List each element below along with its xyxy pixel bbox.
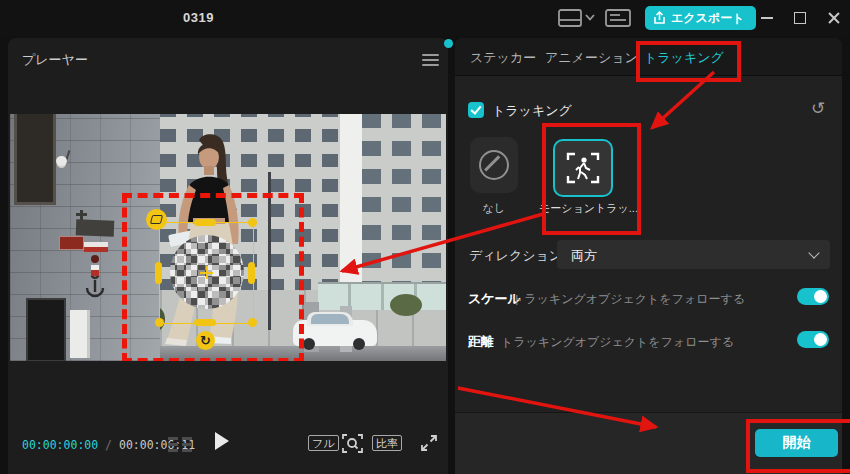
inspector-panel: ステッカー アニメーション トラッキング トラッキング ↺ なし モーショントラ… [455,38,842,474]
start-button[interactable]: 開始 [755,429,838,457]
tracking-option-none[interactable] [470,137,518,193]
inspector-footer: 開始 [455,412,842,474]
player-menu-icon[interactable] [422,54,439,66]
export-label: エクスポート [671,10,744,27]
direction-value: 両方 [571,247,597,265]
title-bar: 0319 エクスポート [0,0,850,36]
close-button[interactable] [823,7,845,29]
distance-description: トラッキングオブジェクトをフォローする [501,334,734,351]
app-window: 0319 エクスポート プレーヤー [0,0,850,474]
fit-button[interactable]: フル [308,435,339,451]
dark-window [14,114,56,205]
tree [390,294,422,316]
tab-animation[interactable]: アニメーション [545,49,638,67]
white-pillar [70,310,90,358]
frame-preview-icon[interactable] [168,437,192,452]
direction-label: ディレクション [469,247,562,265]
scale-follow-toggle[interactable] [797,288,829,305]
timecode-separator: / [105,438,112,452]
fullscreen-icon[interactable] [420,434,438,452]
export-button[interactable]: エクスポート [645,6,756,30]
player-panel: プレーヤー [8,38,448,474]
tab-bar: ステッカー アニメーション トラッキング [455,38,842,76]
small-flag [91,265,99,276]
tracking-checkbox[interactable] [468,102,484,118]
cctv-camera [56,156,67,166]
tracking-option-motion[interactable] [553,139,613,197]
anchor-symbol [84,276,106,300]
dark-doorway [26,298,66,361]
upload-icon [653,11,666,25]
annotation-dashed-box [122,193,304,361]
prohibition-icon [479,150,509,180]
ratio-button[interactable]: 比率 [372,435,402,451]
play-button[interactable] [215,432,229,450]
maximize-button[interactable] [789,7,811,29]
tracking-checkbox-label: トラッキング [492,102,572,120]
panel-divider-dot [444,39,453,48]
direction-dropdown[interactable]: 両方 [557,240,830,269]
sky-gap [340,114,364,304]
shortcut-panel-icon[interactable] [605,9,631,27]
background-building-right [362,114,446,296]
motion-track-person-icon [566,151,600,185]
round-badge [91,255,99,263]
tab-tracking[interactable]: トラッキング [644,49,724,67]
wall-plaque [76,219,115,236]
distance-label: 距離 [468,333,494,351]
video-preview[interactable]: ↻ [10,114,446,361]
tracking-option-none-label: なし [470,201,518,216]
flag-stripe-red [84,247,108,252]
tab-sticker[interactable]: ステッカー [470,49,536,67]
layout-icon[interactable] [558,9,582,27]
white-car [293,320,377,346]
minimize-button[interactable] [756,7,778,29]
scale-description: トラッキングオブジェクトをフォローする [512,291,745,308]
distance-follow-toggle[interactable] [797,331,829,348]
chevron-down-icon [808,247,819,258]
reset-icon[interactable]: ↺ [811,98,825,119]
storefront-windows [318,282,446,310]
player-panel-title: プレーヤー [22,51,88,69]
zoom-preview-icon[interactable] [342,433,363,454]
tracking-option-motion-label: モーショントラッ... [539,201,627,216]
project-title: 0319 [183,10,214,25]
chevron-down-icon[interactable] [585,14,595,21]
timecode-current: 00:00:00:00 [22,438,98,452]
red-street-sign [59,236,84,250]
